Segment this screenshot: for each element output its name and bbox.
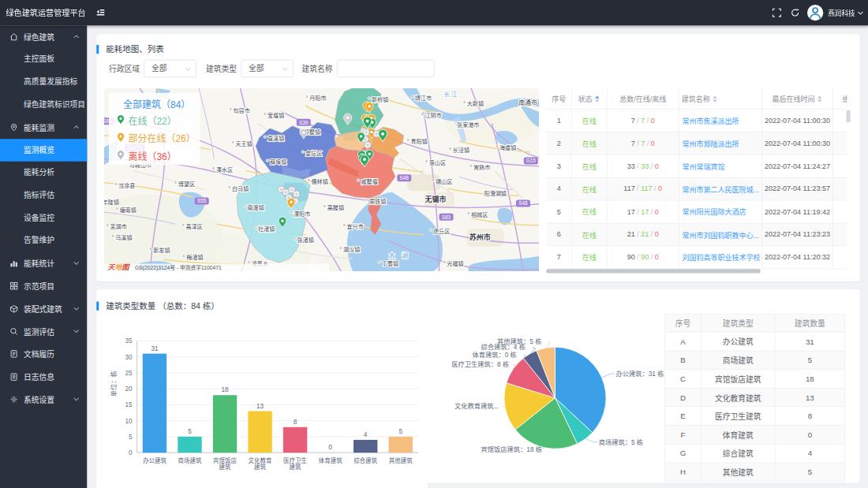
svg-text:其他建筑：5 栋: 其他建筑：5 栋	[497, 337, 541, 345]
svg-text:S55: S55	[197, 198, 207, 203]
svg-text:南通市: 南通市	[518, 99, 537, 106]
svg-text:° 高塍镇: ° 高塍镇	[324, 204, 344, 211]
svg-text:° 周铁镇: ° 周铁镇	[365, 198, 386, 205]
svg-text:° 句容市: ° 句容市	[230, 107, 250, 114]
svg-text:° 丁蜀镇: ° 丁蜀镇	[378, 260, 398, 267]
svg-text:体育建筑: 体育建筑	[319, 456, 342, 464]
svg-text:° 白马镇: ° 白马镇	[228, 185, 249, 192]
svg-text:° 长泾镇: ° 长泾镇	[449, 147, 470, 154]
svg-text:宾馆饭店建筑：18 栋: 宾馆饭店建筑：18 栋	[481, 445, 542, 453]
svg-text:长 江: 长 江	[444, 91, 457, 98]
svg-text:° 青阳镇: ° 青阳镇	[407, 138, 428, 145]
svg-text:无锡市: 无锡市	[424, 195, 446, 203]
svg-text:天地图: 天地图	[108, 263, 131, 271]
svg-text:综合建筑: 综合建筑	[354, 456, 377, 464]
svg-text:° 薛埠镇: ° 薛埠镇	[266, 158, 286, 166]
svg-text:体育建筑：0 栋: 体育建筑：0 栋	[472, 351, 516, 359]
svg-text:° 相城区: ° 相城区	[467, 211, 488, 218]
svg-text:° 博望区: ° 博望区	[174, 181, 195, 188]
svg-text:13: 13	[256, 403, 264, 410]
svg-text:30: 30	[125, 354, 133, 361]
svg-text:S48: S48	[400, 175, 410, 181]
svg-text:5: 5	[188, 428, 192, 435]
svg-text:商场建筑: 商场建筑	[178, 456, 202, 464]
svg-text:° 高淳区: ° 高淳区	[182, 223, 203, 230]
svg-text:° 新发镇: ° 新发镇	[149, 247, 170, 254]
svg-text:办公建筑: 办公建筑	[143, 456, 166, 464]
svg-text:° 塘南镇: ° 塘南镇	[116, 207, 137, 214]
svg-text:° 大新镇: ° 大新镇	[463, 100, 484, 107]
svg-text:0: 0	[328, 444, 332, 451]
svg-text:建筑: 建筑	[254, 463, 266, 471]
svg-text:° 儒林镇: ° 儒林镇	[308, 178, 328, 185]
svg-text:建筑: 建筑	[219, 463, 231, 471]
svg-text:° 湖㳇镇: ° 湖㳇镇	[339, 246, 360, 253]
svg-text:苏州市: 苏州市	[470, 233, 491, 241]
svg-text:° 芜湖市: ° 芜湖市	[107, 223, 127, 230]
svg-text:离线（36）: 离线（36）	[128, 151, 176, 162]
svg-text:部分在线（26）: 部分在线（26）	[128, 132, 195, 144]
svg-text:° 当涂县: ° 当涂县	[114, 182, 135, 189]
svg-text:° 溧阳市: ° 溧阳市	[290, 210, 310, 218]
svg-text:° 锡山区: ° 锡山区	[432, 178, 452, 185]
svg-text:G15: G15	[526, 158, 536, 163]
svg-text:25: 25	[125, 370, 133, 377]
svg-text:° 梅渚镇: ° 梅渚镇	[182, 254, 203, 261]
svg-text:5: 5	[129, 434, 133, 441]
svg-text:0: 0	[129, 449, 133, 456]
svg-text:15: 15	[125, 401, 133, 408]
svg-text:° 金坛区: ° 金坛区	[301, 150, 322, 157]
svg-text:° 丹阳市: ° 丹阳市	[305, 95, 326, 102]
svg-text:阳澄湖镇: 阳澄湖镇	[485, 190, 507, 197]
svg-text:° 乌溪镇: ° 乌溪镇	[111, 234, 132, 241]
svg-text:医疗卫生建筑：8 栋: 医疗卫生建筑：8 栋	[451, 360, 509, 368]
svg-text:° 常熟市: ° 常熟市	[470, 164, 490, 171]
svg-text:° 宝堰镇: ° 宝堰镇	[264, 112, 284, 119]
svg-text:° 海虞镇: ° 海虞镇	[496, 144, 516, 151]
svg-text:商场建筑：5 栋: 商场建筑：5 栋	[599, 438, 643, 446]
svg-text:10: 10	[125, 418, 133, 425]
svg-text:全部建筑（84）: 全部建筑（84）	[123, 99, 190, 110]
svg-text:S48: S48	[518, 200, 528, 206]
svg-text:4: 4	[364, 431, 368, 438]
svg-text:18: 18	[221, 386, 229, 393]
svg-text:办公建筑：31 栋: 办公建筑：31 栋	[616, 370, 664, 378]
svg-text:S39: S39	[299, 120, 309, 125]
svg-text:° 惠山区: ° 惠山区	[425, 159, 446, 166]
svg-text:° 虎丘区: ° 虎丘区	[429, 228, 450, 235]
svg-text:° 南渡镇: ° 南渡镇	[244, 204, 264, 211]
svg-text:太 湖: 太 湖	[388, 251, 408, 259]
svg-text:在线（22）: 在线（22）	[128, 116, 176, 127]
svg-text:° 直溪镇: ° 直溪镇	[264, 135, 284, 142]
svg-text:5: 5	[398, 428, 402, 435]
svg-text:° 宜兴市: ° 宜兴市	[343, 223, 364, 230]
svg-text:建筑: 建筑	[290, 463, 301, 471]
svg-text:° 靖江市: ° 靖江市	[411, 95, 432, 102]
svg-text:GS(2022)3124号 - 甲测资字1100471: GS(2022)3124号 - 甲测资字1100471	[135, 264, 222, 271]
svg-text:31: 31	[151, 345, 159, 352]
svg-text:° 天王镇: ° 天王镇	[232, 140, 253, 147]
svg-text:° 年陡镇: ° 年陡镇	[104, 199, 119, 206]
svg-text:单位：栋: 单位：栋	[110, 371, 118, 397]
svg-text:° 溧水区: ° 溧水区	[212, 166, 233, 173]
svg-text:20: 20	[125, 386, 133, 393]
svg-text:8: 8	[294, 419, 297, 426]
svg-text:° 张渚镇: ° 张渚镇	[294, 237, 314, 244]
svg-text:° 江阴市: ° 江阴市	[421, 112, 442, 119]
svg-text:° 社渚镇: ° 社渚镇	[254, 225, 275, 233]
svg-text:S83: S83	[442, 214, 451, 220]
svg-text:35: 35	[125, 337, 133, 345]
svg-text:文化教育建筑...: 文化教育建筑...	[455, 402, 499, 410]
svg-text:其他建筑: 其他建筑	[389, 456, 413, 464]
svg-text:° 光福镇: ° 光福镇	[443, 260, 463, 267]
svg-text:张家港市: 张家港市	[457, 121, 479, 129]
svg-text:° 戚墅堰: ° 戚墅堰	[357, 178, 378, 185]
